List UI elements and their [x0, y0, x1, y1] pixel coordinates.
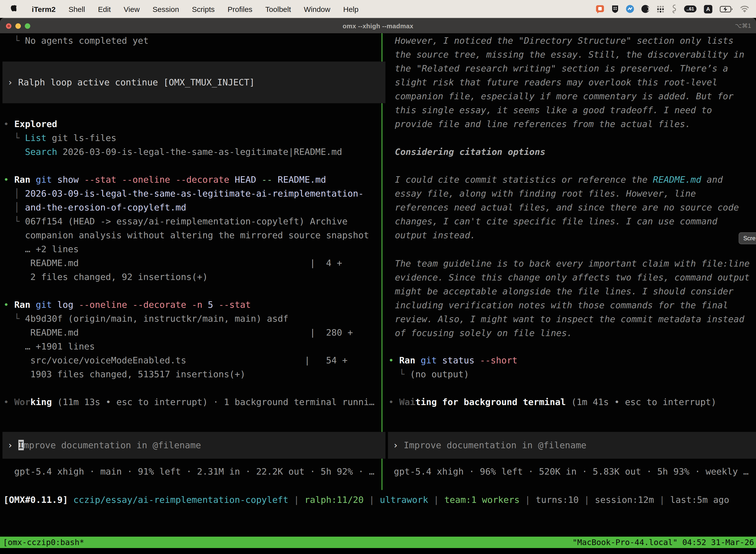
menu-item-scripts[interactable]: Scripts	[186, 5, 221, 13]
keyboard-layout-icon[interactable]: A	[704, 5, 712, 13]
terminal-line: changes, I can't cite specific file line…	[395, 214, 739, 228]
omx-session-status-line: [OMX#0.11.9] cczip/essay/ai-reimplementa…	[3, 493, 729, 507]
menu-item-view[interactable]: View	[117, 5, 146, 13]
terminal-line: › Improve documentation in @filename	[393, 438, 586, 452]
terminal-line: The team guideline is to back every impo…	[395, 257, 750, 271]
menu-bar: iTerm2 Shell Edit View Session Scripts P…	[0, 0, 756, 18]
tmux-status-bar: [omx-cczip0:bash* "MacBook-Pro-44.local"…	[0, 537, 756, 548]
thinking-heading: Considering citation options	[395, 145, 546, 159]
terminal-line: companion file, especially if more comme…	[395, 89, 744, 103]
git-log-output: • Ran git log --oneline --decorate -n 5 …	[3, 298, 353, 381]
right-prompt-input[interactable]: › Improve documentation in @filename	[388, 432, 756, 459]
left-model-status-line: gpt-5.4 xhigh · main · 91% left · 2.31M …	[3, 465, 375, 479]
terminal-line: might be acceptable alongside the file l…	[395, 284, 750, 298]
terminal-line: … +2 lines	[3, 242, 369, 256]
window-title-bar[interactable]: omx --xhigh --madmax ⌥⌘1	[0, 18, 756, 33]
terminal-line: [OMX#0.11.9] cczip/essay/ai-reimplementa…	[3, 493, 729, 507]
terminal-line: 1903 files changed, 513517 insertions(+)	[3, 367, 353, 381]
squiggle-icon[interactable]	[672, 4, 677, 13]
terminal-line: └ List git ls-files	[3, 131, 342, 145]
terminal-line: • Ran git status --short	[388, 353, 517, 367]
terminal-line: README.md | 280 +	[3, 326, 353, 340]
terminal-line: src/voice/voiceModeEnabled.ts | 54 +	[3, 353, 353, 367]
terminal-line: │ and-the-erosion-of-copyleft.md	[3, 201, 369, 214]
menu-bar-status-area: ..61 A	[596, 4, 749, 13]
battery-icon[interactable]	[720, 6, 733, 12]
terminal-line: › Improve documentation in @filename	[7, 438, 201, 452]
terminal-line: gpt-5.4 xhigh · 96% left · 520K in · 5.8…	[388, 465, 749, 479]
git-show-output: • Ran git show --stat --oneline --decora…	[3, 173, 369, 284]
menu-item-shell[interactable]: Shell	[62, 5, 91, 13]
thinking-paragraph-1: However, I noticed the "Directory Struct…	[395, 34, 744, 131]
terminal-line: └ 4b9d30f (origin/main, instructkr/main,…	[3, 312, 353, 326]
agents-status-output: └ No agents completed yet	[3, 34, 148, 48]
thinking-paragraph-3: The team guideline is to back every impo…	[395, 257, 750, 340]
screen: iTerm2 Shell Edit View Session Scripts P…	[0, 0, 756, 554]
terminal-line: • Ran git log --oneline --decorate -n 5 …	[3, 298, 353, 312]
explored-output: • Explored └ List git ls-files Search 20…	[3, 117, 342, 159]
menu-item-session[interactable]: Session	[146, 5, 186, 13]
tmux-host-clock: "MacBook-Pro-44.local" 04:52 31-Mar-26	[572, 538, 754, 547]
menu-item-iterm2[interactable]: iTerm2	[25, 5, 62, 13]
window-shortcut-badge: ⌥⌘1	[735, 22, 751, 29]
terminal-line: references need actual files, and since …	[395, 201, 739, 214]
terminal-line: the source tree, missing the essay. Stil…	[395, 48, 744, 62]
terminal-line: README.md | 4 +	[3, 256, 369, 270]
crescent-app-icon[interactable]	[641, 5, 649, 13]
terminal-line: I could cite commit statistics or refere…	[395, 173, 739, 187]
menu-item-edit[interactable]: Edit	[91, 5, 117, 13]
terminal-line: However, I noticed the "Directory Struct…	[395, 34, 744, 48]
terminal-line: • Explored	[3, 117, 342, 131]
menu-item-profiles[interactable]: Profiles	[221, 5, 259, 13]
terminal-line: … +1901 lines	[3, 340, 353, 353]
shield-grid-icon[interactable]	[612, 5, 619, 13]
terminal-line: gpt-5.4 xhigh · main · 91% left · 2.31M …	[3, 465, 375, 479]
left-prompt-input[interactable]: › Improve documentation in @filename	[2, 432, 385, 459]
thinking-paragraph-2: I could cite commit statistics or refere…	[395, 173, 739, 242]
ralph-loop-text: › Ralph loop active continue [OMX_TMUX_I…	[7, 75, 255, 89]
terminal-line: slight risk that future readers may over…	[395, 75, 744, 89]
terminal-line: essay file, along with finding root file…	[395, 187, 739, 201]
screen-notification-popup[interactable]: Scre	[739, 232, 756, 244]
ralph-loop-banner: › Ralph loop active continue [OMX_TMUX_I…	[2, 62, 385, 103]
right-prompt-text: › Improve documentation in @filename	[393, 438, 586, 452]
window-title: omx --xhigh --madmax	[0, 22, 756, 30]
left-prompt-text: › Improve documentation in @filename	[7, 438, 201, 452]
terminal-line: Search 2026-03-09-is-legal-the-same-as-l…	[3, 145, 342, 159]
terminal-line: • Working (11m 13s • esc to interrupt) ·…	[3, 395, 375, 409]
apple-menu-icon[interactable]	[10, 5, 16, 13]
terminal-line: └ 067f154 (HEAD -> essay/ai-reimplementa…	[3, 214, 369, 228]
right-model-status-line: gpt-5.4 xhigh · 96% left · 520K in · 5.8…	[388, 465, 749, 479]
terminal-line: 2 files changed, 92 insertions(+)	[3, 270, 369, 284]
tmux-session-window[interactable]: [omx-cczip0:bash*	[3, 538, 84, 547]
stats-bolt-icon[interactable]	[626, 5, 634, 13]
terminal-line: └ (no output)	[388, 367, 517, 381]
terminal-line: this single essay, it seems like a good …	[395, 103, 744, 117]
terminal-line: • Waiting for background terminal (1m 41…	[388, 395, 716, 409]
terminal-line: including verification notes with those …	[395, 298, 750, 312]
terminal-line: Considering citation options	[395, 145, 546, 159]
git-status-output: • Ran git status --short └ (no output)	[388, 353, 517, 381]
terminal-line: │ 2026-03-09-is-legal-the-same-as-legiti…	[3, 187, 369, 201]
menu-item-help[interactable]: Help	[337, 5, 365, 13]
menu-item-toolbelt[interactable]: Toolbelt	[259, 5, 297, 13]
terminal-line: provide file and line references from th…	[395, 117, 744, 131]
terminal-line: evidence. Since this change only affects…	[395, 271, 750, 284]
terminal-line: of focusing solely on file lines.	[395, 326, 750, 340]
menu-item-window[interactable]: Window	[297, 5, 337, 13]
terminal-line: review. Also, I might want to inspect th…	[395, 312, 750, 326]
terminal-line: › Ralph loop active continue [OMX_TMUX_I…	[7, 75, 255, 89]
terminal-line: companion analysis without altering the …	[3, 228, 369, 242]
waiting-status-line: • Waiting for background terminal (1m 41…	[388, 395, 716, 409]
terminal-line: • Ran git show --stat --oneline --decora…	[3, 173, 369, 187]
screen-record-icon[interactable]	[596, 5, 604, 13]
wifi-icon[interactable]	[740, 5, 749, 12]
terminal-line: the "Related research writing" section i…	[395, 62, 744, 75]
battery-percent-badge[interactable]: ..61	[684, 5, 696, 12]
dots-grid-icon[interactable]	[657, 5, 664, 13]
terminal-line: └ No agents completed yet	[3, 34, 148, 48]
terminal-line: output instead.	[395, 228, 739, 242]
working-status-line: • Working (11m 13s • esc to interrupt) ·…	[3, 395, 375, 409]
